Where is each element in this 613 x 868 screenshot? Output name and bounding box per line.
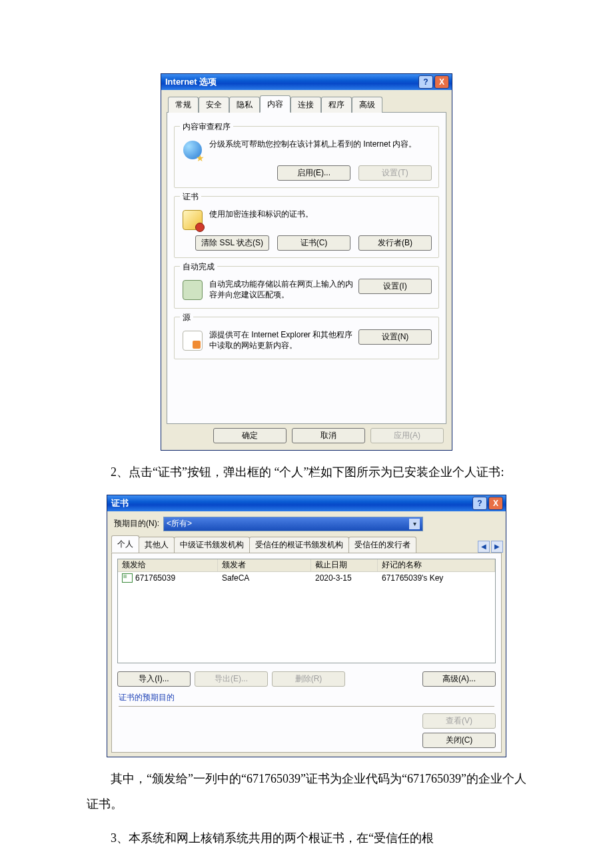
tab-content[interactable]: 内容 [260,95,291,113]
content-advisor-group: 内容审查程序 分级系统可帮助您控制在该计算机上看到的 Internet 内容。 … [174,126,439,188]
feeds-group: 源 源提供可在 Internet Explorer 和其他程序中读取的网站更新内… [174,317,439,359]
apply-button: 应用(A) [370,428,444,443]
cert-list-row[interactable]: 671765039 SafeCA 2020-3-15 671765039's K… [118,572,495,584]
rss-icon [183,331,203,351]
tab-scroll-right[interactable]: ▶ [491,541,503,553]
purpose-row: 预期目的(N): <所有> ▾ [107,511,506,534]
content-advisor-legend: 内容审查程序 [180,121,233,133]
tab-security[interactable]: 安全 [199,97,229,113]
dialog2-title: 证书 [111,497,129,509]
cert-tab-others[interactable]: 其他人 [139,537,175,553]
cell-friendly-name: 671765039's Key [378,572,495,584]
export-button: 导出(E)... [195,671,268,687]
dialog1-tabs: 常规 安全 隐私 内容 连接 程序 高级 [167,95,446,113]
narrative-1: 2、点击“证书”按钮，弹出框的 “个人”栏如下图所示为已安装企业个人证书: [87,460,526,485]
purpose-combo[interactable]: <所有> ▾ [163,517,423,531]
feeds-settings-button[interactable]: 设置(N) [358,329,432,345]
tab-privacy[interactable]: 隐私 [229,97,260,113]
autocomplete-desc: 自动完成功能存储以前在网页上输入的内容并向您建议匹配项。 [209,279,353,300]
col-issuer[interactable]: 颁发者 [218,559,311,571]
import-button[interactable]: 导入(I)... [117,671,191,687]
autocomplete-icon [183,280,203,300]
certificates-legend: 证书 [180,191,201,203]
view-button: 查看(V) [422,713,496,729]
autocomplete-legend: 自动完成 [180,261,217,273]
cert-tab-trusted-root[interactable]: 受信任的根证书颁发机构 [249,537,349,553]
purpose-label: 预期目的(N): [114,518,159,529]
cert-tabs: 个人 其他人 中级证书颁发机构 受信任的根证书颁发机构 受信任的发行者 ◀ ▶ [107,535,506,553]
certificates-group: 证书 使用加密连接和标识的证书。 清除 SSL 状态(S) 证书(C) 发行者(… [174,196,439,258]
certificates-dialog: 证书 ? X 预期目的(N): <所有> ▾ 个人 其他人 中级证书颁发机构 受… [107,495,506,757]
col-issued-to[interactable]: 颁发给 [118,559,218,571]
globe-icon [183,141,202,159]
cancel-button[interactable]: 取消 [292,428,365,443]
remove-button: 删除(R) [272,671,345,687]
cell-issued-to: 671765039 [135,573,175,583]
clear-ssl-button[interactable]: 清除 SSL 状态(S) [195,235,269,251]
cert-tab-intermediate[interactable]: 中级证书颁发机构 [174,537,250,553]
content-settings-button: 设置(T) [358,165,432,181]
help-button[interactable]: ? [418,75,433,89]
cert-list-header: 颁发给 颁发者 截止日期 好记的名称 [118,559,495,572]
cert-panel: 颁发给 颁发者 截止日期 好记的名称 671765039 SafeCA 2020… [111,553,502,753]
close-dialog-button[interactable]: 关闭(C) [422,733,496,748]
dialog1-footer: 确定 取消 应用(A) [167,424,446,445]
narrative-2: 其中，“颁发给”一列中的“671765039”证书为企业代码为“67176503… [87,767,526,817]
tab-connections[interactable]: 连接 [291,97,321,113]
close-button[interactable]: X [434,75,449,89]
chevron-down-icon: ▾ [409,519,420,529]
certificate-icon [183,210,203,230]
tab-programs[interactable]: 程序 [321,97,352,113]
dialog2-help-button[interactable]: ? [472,497,487,510]
cell-expiry: 2020-3-15 [311,572,378,584]
cert-row-icon [122,573,133,583]
cert-tab-personal[interactable]: 个人 [111,535,139,553]
dialog2-close-button[interactable]: X [488,497,503,510]
cert-list[interactable]: 颁发给 颁发者 截止日期 好记的名称 671765039 SafeCA 2020… [117,559,496,663]
narrative-3: 3、本系统和网上核销系统共用的两个根证书，在“受信任的根 [87,826,526,851]
cell-issuer: SafeCA [218,572,311,584]
autocomplete-settings-button[interactable]: 设置(I) [358,279,432,294]
tab-general[interactable]: 常规 [168,97,199,113]
col-friendly-name[interactable]: 好记的名称 [378,559,495,571]
ok-button[interactable]: 确定 [213,428,287,443]
tab-advanced[interactable]: 高级 [352,97,382,113]
intended-purposes-label: 证书的预期目的 [112,689,501,705]
col-expiry[interactable]: 截止日期 [311,559,378,571]
autocomplete-group: 自动完成 自动完成功能存储以前在网页上输入的内容并向您建议匹配项。 设置(I) [174,266,439,309]
content-tabpage: 内容审查程序 分级系统可帮助您控制在该计算机上看到的 Internet 内容。 … [167,112,446,424]
feeds-desc: 源提供可在 Internet Explorer 和其他程序中读取的网站更新内容。 [209,329,353,351]
dialog1-titlebar[interactable]: Internet 选项 ? X [161,74,452,90]
dialog2-titlebar[interactable]: 证书 ? X [107,495,506,511]
internet-options-dialog: Internet 选项 ? X 常规 安全 隐私 内容 连接 程序 高级 内容审… [161,73,452,451]
content-advisor-desc: 分级系统可帮助您控制在该计算机上看到的 Internet 内容。 [209,139,432,149]
advanced-button[interactable]: 高级(A)... [422,671,496,687]
certificates-desc: 使用加密连接和标识的证书。 [209,209,432,219]
publishers-button[interactable]: 发行者(B) [358,235,432,251]
tab-scroll-left[interactable]: ◀ [478,541,490,553]
certificates-button[interactable]: 证书(C) [277,235,350,251]
feeds-legend: 源 [180,312,193,323]
cert-tab-trusted-publishers[interactable]: 受信任的发行者 [348,537,416,553]
purpose-value: <所有> [167,518,192,529]
dialog1-title: Internet 选项 [165,76,217,88]
enable-button[interactable]: 启用(E)... [277,165,350,181]
